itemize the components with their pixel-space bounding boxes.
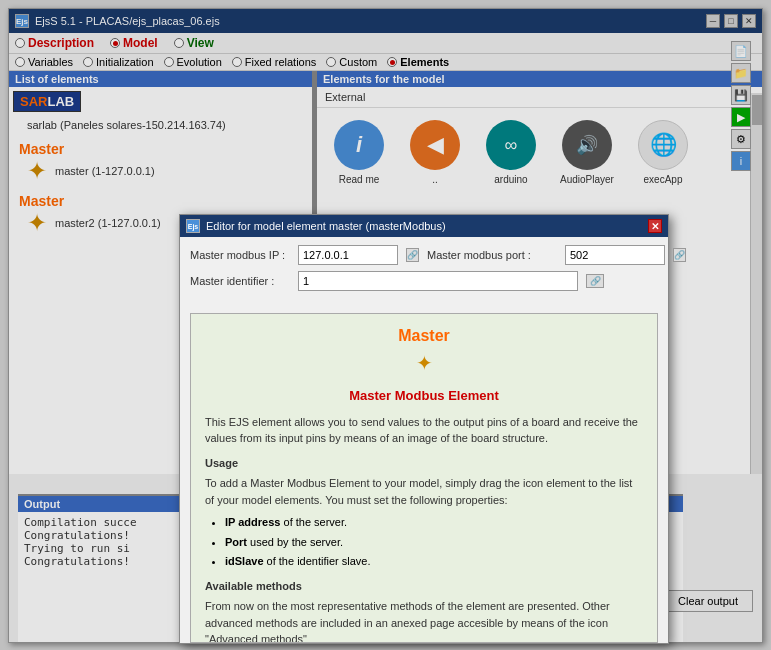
help-property-1: IP address of the server. bbox=[225, 514, 643, 531]
modal-body: Master modbus IP : 🔗 Master modbus port … bbox=[180, 237, 668, 305]
help-title: Master Modbus Element bbox=[205, 386, 643, 406]
modal-icon: Ejs bbox=[186, 219, 200, 233]
help-property-3: idSlave of the identifier slave. bbox=[225, 553, 643, 570]
help-methods-title: Available methods bbox=[205, 578, 643, 595]
modal-ip-label: Master modbus IP : bbox=[190, 249, 290, 261]
modal-help-area[interactable]: Master ✦ Master Modbus Element This EJS … bbox=[190, 313, 658, 643]
modal-port-link-icon[interactable]: 🔗 bbox=[673, 248, 686, 262]
modal-ip-link-icon[interactable]: 🔗 bbox=[406, 248, 419, 262]
modal-id-input[interactable] bbox=[298, 271, 578, 291]
help-star-icon: ✦ bbox=[205, 348, 643, 378]
modal-port-input[interactable] bbox=[565, 245, 665, 265]
help-usage-title: Usage bbox=[205, 455, 643, 472]
help-usage-text: To add a Master Modbus Element to your m… bbox=[205, 475, 643, 508]
modal-dialog: Ejs Editor for model element master (mas… bbox=[179, 214, 669, 644]
help-methods-intro: From now on the most representative meth… bbox=[205, 598, 643, 643]
help-master-logo: Master bbox=[205, 324, 643, 348]
help-properties-list: IP address of the server. Port used by t… bbox=[225, 514, 643, 570]
modal-title-text: Editor for model element master (masterM… bbox=[206, 220, 446, 232]
modal-close-button[interactable]: ✕ bbox=[648, 219, 662, 233]
help-intro: This EJS element allows you to send valu… bbox=[205, 414, 643, 447]
modal-id-row: Master identifier : 🔗 bbox=[190, 271, 658, 291]
modal-id-link-icon[interactable]: 🔗 bbox=[586, 274, 604, 288]
main-window: Ejs EjsS 5.1 - PLACAS/ejs_placas_06.ejs … bbox=[8, 8, 763, 643]
modal-title-bar: Ejs Editor for model element master (mas… bbox=[180, 215, 668, 237]
modal-port-label: Master modbus port : bbox=[427, 249, 557, 261]
modal-id-label: Master identifier : bbox=[190, 275, 290, 287]
help-property-2: Port used by the server. bbox=[225, 534, 643, 551]
modal-ip-input[interactable] bbox=[298, 245, 398, 265]
modal-ip-row: Master modbus IP : 🔗 Master modbus port … bbox=[190, 245, 658, 265]
